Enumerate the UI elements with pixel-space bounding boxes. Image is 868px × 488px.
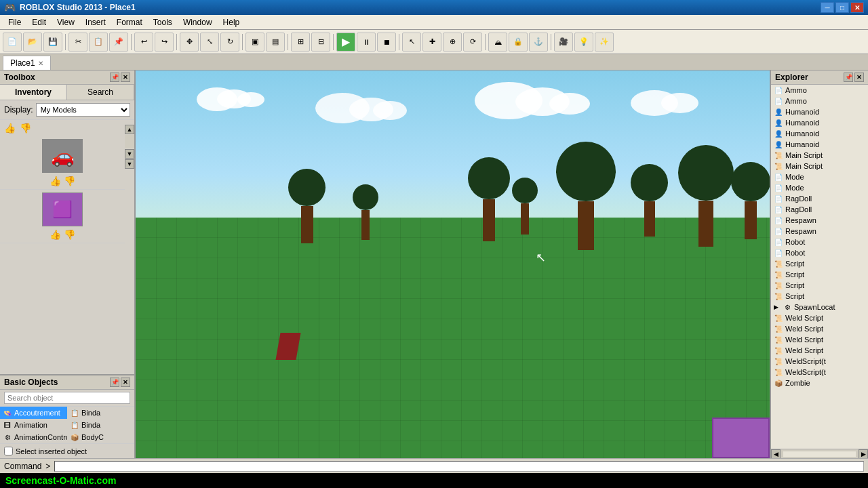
- spawnlocat-arrow[interactable]: ▶: [774, 304, 781, 310]
- rotate2-button[interactable]: ⊕: [443, 33, 462, 52]
- stop-button[interactable]: ⏹: [377, 33, 396, 52]
- menu-edit[interactable]: Edit: [26, 16, 52, 28]
- move-button[interactable]: ✥: [180, 33, 199, 52]
- menu-format[interactable]: Format: [111, 16, 148, 28]
- exp-spawnlocat[interactable]: ▶ ⚙ SpawnLocat: [771, 302, 868, 312]
- exp-respawn-2[interactable]: 📄 Respawn: [771, 226, 868, 237]
- exp-mainscript-1[interactable]: 📜 Main Script: [771, 150, 868, 161]
- menu-insert[interactable]: Insert: [80, 16, 111, 28]
- exp-weldscript-3[interactable]: 📜 Weld Script: [771, 334, 868, 345]
- thumbs-up[interactable]: 👍: [4, 123, 16, 134]
- exp-scroll-left[interactable]: ◀: [771, 449, 781, 459]
- camera-button[interactable]: 🎥: [554, 33, 573, 52]
- car-thumbup[interactable]: 👍: [50, 176, 61, 186]
- viewport[interactable]: ↖: [136, 70, 770, 458]
- exp-script-1[interactable]: 📜 Script: [771, 258, 868, 269]
- scroll-dn1[interactable]: ▼: [125, 149, 134, 159]
- exp-ragdoll-1[interactable]: 📄 RagDoll: [771, 193, 868, 204]
- redo-button[interactable]: ↪: [155, 33, 174, 52]
- obj-accoutrement[interactable]: 👒 Accoutrement: [0, 407, 67, 419]
- exp-ragdoll-2[interactable]: 📄 RagDoll: [771, 204, 868, 215]
- search-input[interactable]: [4, 392, 130, 404]
- explorer-close[interactable]: ✕: [854, 73, 864, 82]
- rotate-button[interactable]: ↻: [220, 33, 239, 52]
- exp-weldscript-1[interactable]: 📜 Weld Script: [771, 312, 868, 323]
- exp-script-2[interactable]: 📜 Script: [771, 269, 868, 280]
- exp-mode-1[interactable]: 📄 Mode: [771, 171, 868, 182]
- exp-ammo-2[interactable]: 📄 Ammo: [771, 96, 868, 106]
- anchor-button[interactable]: ⚓: [529, 33, 548, 52]
- model-item-block[interactable]: 🟪 👍 👎: [0, 190, 125, 243]
- menu-file[interactable]: File: [3, 16, 26, 28]
- group-button[interactable]: ▣: [245, 33, 264, 52]
- exp-mainscript-2[interactable]: 📜 Main Script: [771, 161, 868, 171]
- thumbs-down[interactable]: 👎: [20, 123, 31, 134]
- toolbox-tab-inventory[interactable]: Inventory: [0, 85, 67, 100]
- obj-bodyc[interactable]: 📦 BodyC: [67, 431, 134, 443]
- menu-tools[interactable]: Tools: [148, 16, 178, 28]
- collide-button[interactable]: ⊟: [311, 33, 330, 52]
- menu-help[interactable]: Help: [218, 16, 245, 28]
- paste-button[interactable]: 📌: [109, 33, 128, 52]
- exp-script-4[interactable]: 📜 Script: [771, 291, 868, 302]
- exp-robot-1[interactable]: 📄 Robot: [771, 237, 868, 247]
- exp-weldscriptt-2[interactable]: 📜 WeldScript(t: [771, 367, 868, 378]
- exp-humanoid-1[interactable]: 👤 Humanoid: [771, 106, 868, 117]
- exp-zombie[interactable]: 📦 Zombie: [771, 378, 868, 388]
- open-button[interactable]: 📂: [23, 33, 42, 52]
- block-thumbup[interactable]: 👍: [50, 229, 61, 240]
- command-input[interactable]: [54, 461, 864, 472]
- snap-button[interactable]: ⊞: [291, 33, 310, 52]
- play-button[interactable]: ▶: [336, 33, 355, 52]
- undo-button[interactable]: ↩: [134, 33, 153, 52]
- menu-view[interactable]: View: [52, 16, 80, 28]
- tab-place1[interactable]: Place1 ✕: [3, 56, 51, 70]
- save-button[interactable]: 💾: [43, 33, 62, 52]
- terrain-button[interactable]: ⛰: [488, 33, 507, 52]
- close-button[interactable]: ✕: [850, 2, 864, 13]
- minimize-button[interactable]: ─: [821, 2, 834, 13]
- exp-script-3[interactable]: 📜 Script: [771, 280, 868, 291]
- toolbox-pin[interactable]: 📌: [110, 73, 119, 82]
- effects-button[interactable]: ✨: [595, 33, 614, 52]
- obj-binda2[interactable]: 📋 Binda: [67, 419, 134, 431]
- basic-objects-pin[interactable]: 📌: [110, 378, 119, 387]
- select-button[interactable]: ↖: [402, 33, 421, 52]
- toolbox-tab-search[interactable]: Search: [67, 85, 134, 100]
- basic-objects-close[interactable]: ✕: [121, 378, 130, 387]
- lock-button[interactable]: 🔒: [509, 33, 528, 52]
- exp-humanoid-3[interactable]: 👤 Humanoid: [771, 128, 868, 139]
- exp-mode-2[interactable]: 📄 Mode: [771, 182, 868, 193]
- model-item-car[interactable]: 🚗 👍 👎: [0, 136, 125, 190]
- toolbox-close[interactable]: ✕: [121, 73, 130, 82]
- exp-scroll-right[interactable]: ▶: [859, 449, 868, 459]
- new-button[interactable]: 📄: [3, 33, 22, 52]
- copy-button[interactable]: 📋: [89, 33, 108, 52]
- ungroup-button[interactable]: ▤: [266, 33, 285, 52]
- exp-humanoid-4[interactable]: 👤 Humanoid: [771, 139, 868, 150]
- scroll-up[interactable]: ▲: [125, 125, 134, 134]
- obj-animationcontroller[interactable]: ⚙ AnimationController: [0, 431, 67, 443]
- menu-window[interactable]: Window: [178, 16, 218, 28]
- exp-weldscript-4[interactable]: 📜 Weld Script: [771, 345, 868, 356]
- scale-button[interactable]: ⤡: [200, 33, 219, 52]
- maximize-button[interactable]: □: [835, 2, 849, 13]
- move2-button[interactable]: ✚: [422, 33, 441, 52]
- exp-robot-2[interactable]: 📄 Robot: [771, 247, 868, 258]
- cut-button[interactable]: ✂: [68, 33, 87, 52]
- obj-binda1[interactable]: 📋 Binda: [67, 407, 134, 419]
- refresh-button[interactable]: ⟳: [463, 33, 482, 52]
- block-thumbdown[interactable]: 👎: [64, 229, 75, 240]
- exp-weldscript-2[interactable]: 📜 Weld Script: [771, 323, 868, 334]
- pause-button[interactable]: ⏸: [357, 33, 376, 52]
- tab-close[interactable]: ✕: [38, 60, 43, 67]
- scroll-dn2[interactable]: ▼: [125, 159, 134, 169]
- car-thumbdown[interactable]: 👎: [64, 176, 75, 186]
- display-select[interactable]: My Models Free Models Free Decals Free A…: [36, 103, 130, 117]
- obj-animation[interactable]: 🎞 Animation: [0, 419, 67, 431]
- exp-ammo-1[interactable]: 📄 Ammo: [771, 85, 868, 96]
- light-button[interactable]: 💡: [574, 33, 593, 52]
- select-inserted-checkbox[interactable]: [4, 447, 13, 455]
- exp-weldscriptt-1[interactable]: 📜 WeldScript(t: [771, 356, 868, 367]
- explorer-pin[interactable]: 📌: [844, 73, 853, 82]
